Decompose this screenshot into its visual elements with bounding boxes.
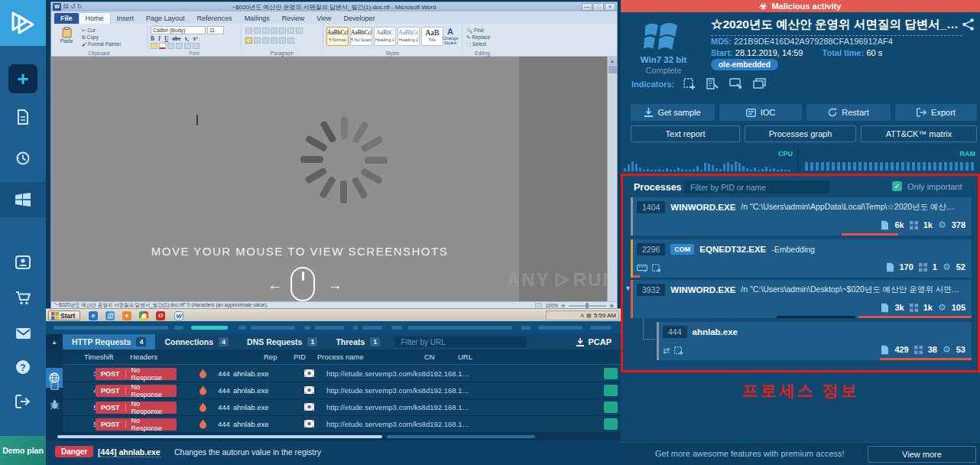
taskbar-firefox-icon[interactable]: ●	[122, 311, 131, 320]
redo-icon[interactable]: ↻	[77, 3, 83, 11]
tab-review[interactable]: Review	[276, 13, 311, 24]
request-url[interactable]: http://etude.servemp3.com/ks8d192.168.1…	[326, 386, 469, 395]
process-row-winword-3932[interactable]: 3932 WINWORD.EXE /n "C:\Users\admin\Desk…	[631, 280, 972, 318]
tab-dns-requests[interactable]: DNS Requests1	[238, 334, 326, 350]
plan-badge[interactable]: Demo plan	[0, 436, 46, 465]
paste-button[interactable]: Paste	[57, 27, 76, 44]
find-button[interactable]: 🔍 Find	[466, 27, 490, 34]
view-more-button[interactable]: View more	[868, 446, 976, 463]
tab-home[interactable]: Home	[79, 12, 111, 24]
paragraph-buttons-row2[interactable]	[245, 37, 294, 44]
tray-keyboard-icon[interactable]: A	[580, 313, 584, 318]
font-name-combo[interactable]: Calibri (Body)	[151, 26, 206, 34]
tab-http-requests[interactable]: HTTP Requests4	[63, 334, 155, 350]
http-request-row[interactable]: 38890 msPOSTNo Response444ahnlab.exehttp…	[63, 366, 621, 382]
sidebar-item-help[interactable]: ?	[0, 354, 46, 380]
tab-page-layout[interactable]: Page Layout	[140, 13, 191, 24]
select-button[interactable]: ⬚ Select	[466, 41, 490, 47]
indicator-report-icon[interactable]	[706, 78, 719, 89]
paragraph-buttons-row1[interactable]	[245, 28, 303, 34]
url-filter-input[interactable]	[395, 337, 527, 347]
horizontal-scrollbar[interactable]	[46, 433, 621, 441]
attck-matrix-button[interactable]: ATT&CK™ matrix	[861, 125, 977, 142]
http-request-row[interactable]: 50153 msPOSTNo Response444ahnlab.exehttp…	[63, 399, 621, 416]
http-request-row[interactable]: 55271 msPOSTNo Response444ahnlab.exehttp…	[63, 416, 621, 433]
request-url[interactable]: http://etude.servemp3.com/ks8d192.168.1…	[326, 403, 469, 411]
replace-button[interactable]: ✎ Replace	[466, 34, 490, 41]
indicator-screen-icon[interactable]	[729, 78, 742, 89]
tray-network-icon[interactable]: ▦	[586, 313, 592, 319]
tag-ole-embedded[interactable]: ole-embedded	[711, 59, 778, 70]
font-size-combo[interactable]: 11	[207, 26, 224, 34]
new-task-button[interactable]: +	[8, 64, 37, 93]
sidebar-item-windows-active[interactable]	[0, 182, 46, 217]
request-url[interactable]: http://etude.servemp3.com/ks8d192.168.1…	[326, 420, 469, 428]
response-content-button[interactable]	[604, 418, 618, 430]
response-content-button[interactable]	[604, 402, 618, 413]
cut-button[interactable]: ✂ Cut	[82, 27, 121, 34]
tab-view[interactable]: View	[310, 13, 337, 24]
process-row-winword-1404[interactable]: 1404 WINWORD.EXE /n "C:\Users\admin\AppD…	[631, 197, 972, 236]
process-row-ahnlab-444[interactable]: 444 ahnlab.exe ⇄ 429 38 ⚙ 53	[657, 322, 972, 360]
tab-insert[interactable]: Insert	[111, 13, 141, 24]
files-tab[interactable]	[46, 377, 63, 392]
status-process-link[interactable]: [444] ahnlab.exe	[98, 447, 161, 457]
indicator-windows-icon[interactable]	[753, 78, 766, 89]
processes-graph-button[interactable]: Processes graph	[745, 125, 856, 142]
copy-button[interactable]: ⧉ Copy	[82, 34, 121, 41]
indicator-dump-icon[interactable]	[683, 78, 696, 89]
font-buttons[interactable]: B I U abc x₂ x²	[151, 35, 198, 42]
sidebar-item-profile[interactable]	[0, 249, 46, 275]
process-filter-input[interactable]	[684, 180, 829, 193]
anyrun-logo[interactable]	[0, 0, 46, 46]
style-normal[interactable]: AaBbCcDc¶ Normal	[326, 27, 349, 46]
close-button[interactable]: ×	[605, 3, 615, 11]
tab-mailings[interactable]: Mailings	[239, 13, 276, 24]
taskbar-word-icon[interactable]: W	[174, 311, 183, 320]
share-icon[interactable]	[962, 18, 974, 31]
request-url[interactable]: http://etude.servemp3.com/ks8d192.168.1…	[326, 369, 469, 378]
undo-icon[interactable]: ↺	[70, 3, 76, 11]
playback-timeline[interactable]	[46, 321, 621, 334]
zoom-slider[interactable]	[569, 305, 607, 307]
sidebar-item-logout[interactable]	[0, 389, 46, 415]
collapse-panel-button[interactable]: ▲	[46, 334, 63, 350]
sample-title[interactable]: ☆2020년도 예산안 운영위 서면질의 답변서_발…	[711, 17, 962, 36]
get-sample-button[interactable]: Get sample	[631, 104, 715, 121]
tab-file[interactable]: File	[54, 13, 79, 24]
text-report-button[interactable]: Text report	[631, 125, 740, 142]
minimize-button[interactable]: —	[582, 3, 592, 11]
format-painter-button[interactable]: 🖌 Format Painter	[82, 41, 121, 47]
change-styles-button[interactable]: A Change Styles	[440, 27, 461, 45]
restore-button[interactable]: □	[593, 3, 604, 11]
save-icon[interactable]: 🖫	[63, 3, 69, 11]
style-no-spacing[interactable]: AaBbCcDc¶ No Spaci...	[350, 27, 372, 46]
taskbar-explorer-icon[interactable]: ◫	[105, 311, 115, 320]
tab-threats[interactable]: Threats1	[326, 334, 389, 350]
screenshot-overlay[interactable]: MOVE YOUR MOUSE TO VIEW SCREENSHOTS ← → …	[51, 57, 617, 301]
tab-connections[interactable]: Connections4	[155, 334, 238, 350]
sidebar-item-tasks[interactable]	[0, 104, 46, 130]
restart-button[interactable]: Restart	[806, 104, 891, 121]
sidebar-item-mail[interactable]	[0, 320, 46, 346]
process-row-eqnedt32-2296[interactable]: 2296 COM EQNEDT32.EXE -Embedding 170 1 ⚙…	[631, 239, 972, 278]
sidebar-item-store[interactable]	[0, 285, 46, 311]
md5-value[interactable]: 221B9DE416D42A979288CFA196912AF4	[734, 37, 893, 46]
taskbar-ie-icon[interactable]: e	[89, 311, 98, 320]
word-scrollbar[interactable]: ▲	[607, 57, 617, 301]
export-button[interactable]: Export	[895, 104, 977, 121]
tab-developer[interactable]: Developer	[338, 13, 381, 24]
style-heading1[interactable]: AaBbCHeading 1	[374, 27, 396, 46]
font-color-buttons[interactable]	[151, 43, 200, 49]
ioc-button[interactable]: IOC	[719, 104, 802, 121]
tab-references[interactable]: References	[191, 13, 239, 24]
pcap-download-button[interactable]: PCAP	[567, 334, 621, 350]
http-request-row[interactable]: 44010 msPOSTNo Response444ahnlab.exehttp…	[63, 382, 621, 399]
vm-screenshot-area[interactable]: ~$020년도 예산안 운영위 서면질의 답변서_발간(1).doc.rtf -…	[46, 0, 621, 334]
taskbar-opera-icon[interactable]: O	[156, 311, 165, 320]
response-content-button[interactable]	[604, 368, 618, 379]
response-content-button[interactable]	[604, 385, 618, 396]
start-button[interactable]: Start	[48, 311, 80, 320]
style-heading2[interactable]: AaBbCcHeading 2	[398, 27, 420, 46]
taskbar-chrome-icon[interactable]: ◉	[139, 311, 148, 320]
